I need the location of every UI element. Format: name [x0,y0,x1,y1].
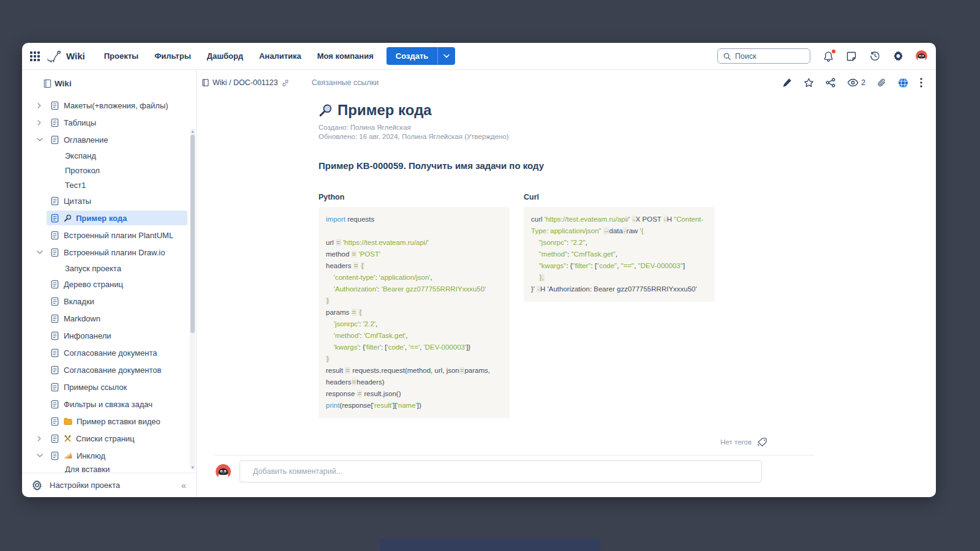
attachments-button[interactable] [877,78,886,88]
sidebar-item[interactable]: Фильтры и связка задач [22,395,196,413]
tree-row-body[interactable]: Примеры ссылок [47,380,187,394]
chevron-down-icon[interactable] [37,137,43,143]
history-button[interactable] [869,51,880,62]
sidebar-item[interactable]: Инфопанели [22,327,196,344]
tree-row-body[interactable]: Встроенный плагин PlantUML [47,228,187,242]
edit-button[interactable] [782,78,792,88]
tree-row-body[interactable]: Макеты(+вложения, файлы) [47,98,187,113]
tag-icon[interactable] [757,437,767,447]
sidebar-item[interactable]: Пример кода [22,209,196,227]
sidebar-item[interactable]: Запуск проекта [22,261,196,276]
sidebar-item[interactable]: Согласование документа [22,344,196,361]
tree-row-body[interactable]: Фильтры и связка задач [47,397,187,411]
tree-row-body[interactable]: Вкладки [47,294,187,309]
notifications-button[interactable] [823,51,834,62]
publish-button[interactable] [898,78,908,88]
nav-link-0[interactable]: Проекты [97,48,145,64]
chevron-right-icon[interactable] [37,436,42,441]
tree-row-body[interactable]: Согласование документа [47,345,187,360]
create-button[interactable]: Создать [386,47,455,65]
sidebar-item[interactable]: Встроенный плагин PlantUML [22,227,196,244]
sidebar-item[interactable]: Протокол [22,163,196,178]
sidebar-item[interactable]: Экспанд [22,148,196,163]
chevron-down-icon [443,54,450,58]
sidebar-scrollbar[interactable]: ▲ ▼ [190,129,195,470]
tree-row-body[interactable]: Тест1 [47,178,187,192]
sidebar-item[interactable]: Markdown [22,310,196,327]
nav-link-2[interactable]: Дашборд [200,48,250,64]
tree-row-body[interactable]: Инфопанели [47,328,187,343]
sidebar-item[interactable]: Списки страниц [22,430,196,447]
sidebar-item[interactable]: Оглавление [22,131,196,148]
sidebar-item[interactable]: Дерево страниц [22,276,196,293]
tree-row-body[interactable]: Цитаты [47,193,187,208]
sidebar-item[interactable]: Для вставки [22,464,196,473]
sidebar-item[interactable]: Цитаты [22,192,196,209]
nav-link-3[interactable]: Аналитика [252,48,308,64]
app-grid-icon[interactable] [29,51,40,62]
sidebar-item[interactable]: Пример вставки видео [22,413,196,430]
doc-icon [50,231,59,240]
tree-row-body[interactable]: Инклюд [47,448,187,463]
comment-row: Добавить комментарий... [214,455,815,497]
tree-row-body[interactable]: Экспанд [47,148,187,163]
code-line: 'method': 'CmfTask.get', [326,330,502,342]
scroll-down-arrow[interactable]: ▼ [190,465,195,470]
favorite-button[interactable] [804,78,814,88]
code-block[interactable]: import requestsurl = 'https://test.evate… [318,207,510,418]
brand[interactable]: Wiki [47,49,85,64]
scrollbar-thumb[interactable] [190,135,195,333]
tree-row-body[interactable]: Протокол [47,163,187,178]
tree-row-body[interactable]: Markdown [47,311,187,326]
project-settings-button[interactable]: Настройки проекта [50,481,120,490]
sidebar-item[interactable]: Встроенный плагин Draw.io [22,244,196,261]
sidebar-item[interactable]: Инклюд [22,447,196,464]
doc-icon [50,280,59,289]
tree-row-body[interactable]: Для вставки [47,464,187,473]
tree-toggle[interactable] [37,453,47,459]
chevron-right-icon[interactable] [37,103,42,108]
tree-toggle[interactable] [37,436,47,441]
chevron-down-icon[interactable] [37,453,43,459]
views-indicator[interactable]: 2 [847,78,865,87]
related-links-tab[interactable]: Связанные ссылки [312,78,379,87]
share-button[interactable] [826,78,835,88]
sidebar-item[interactable]: Тест1 [22,178,196,192]
sidebar-item[interactable]: Вкладки [22,293,196,310]
more-menu-button[interactable] [920,78,922,88]
tree-toggle[interactable] [37,103,47,108]
tree-row-body[interactable]: Встроенный плагин Draw.io [47,245,187,260]
add-comment-input[interactable]: Добавить комментарий... [239,460,762,482]
link-icon[interactable] [281,79,290,87]
sidebar-item[interactable]: Макеты(+вложения, файлы) [22,97,196,114]
create-dropdown-button[interactable] [438,47,455,65]
tree-item-label: Инфопанели [64,331,111,340]
settings-button[interactable] [892,51,903,62]
tree-row-body[interactable]: Пример кода [47,211,187,225]
collapse-sidebar-button[interactable]: « [181,480,186,490]
tree-row-body[interactable]: Таблицы [47,115,187,130]
tree-row-body[interactable]: Запуск проекта [47,261,187,276]
sidebar-item[interactable]: Примеры ссылок [22,378,196,395]
tree-toggle[interactable] [37,250,47,255]
notes-button[interactable] [846,51,857,62]
sidebar-item[interactable]: Согласование документов [22,361,196,378]
scroll-up-arrow[interactable]: ▲ [190,129,195,133]
tree-toggle[interactable] [37,120,47,126]
nav-link-4[interactable]: Моя компания [311,48,380,64]
sidebar-item[interactable]: Таблицы [22,114,196,131]
chevron-down-icon[interactable] [37,250,43,255]
tree-row-body[interactable]: Дерево страниц [47,277,187,291]
create-button-label[interactable]: Создать [386,47,437,65]
nav-link-1[interactable]: Фильтры [148,48,198,64]
search-input[interactable]: Поиск [717,48,810,64]
tree-row-body[interactable]: Пример вставки видео [47,414,187,429]
breadcrumb[interactable]: Wiki / DOC-001123 [202,78,290,87]
tree-row-body[interactable]: Оглавление [47,132,187,147]
chevron-right-icon[interactable] [37,120,42,126]
tree-row-body[interactable]: Согласование документов [47,362,187,377]
user-avatar[interactable] [916,50,927,62]
tree-toggle[interactable] [37,137,47,143]
tree-row-body[interactable]: Списки страниц [47,431,187,446]
code-block[interactable]: curl 'https://test.evateam.ru/api/' -X P… [524,207,715,302]
